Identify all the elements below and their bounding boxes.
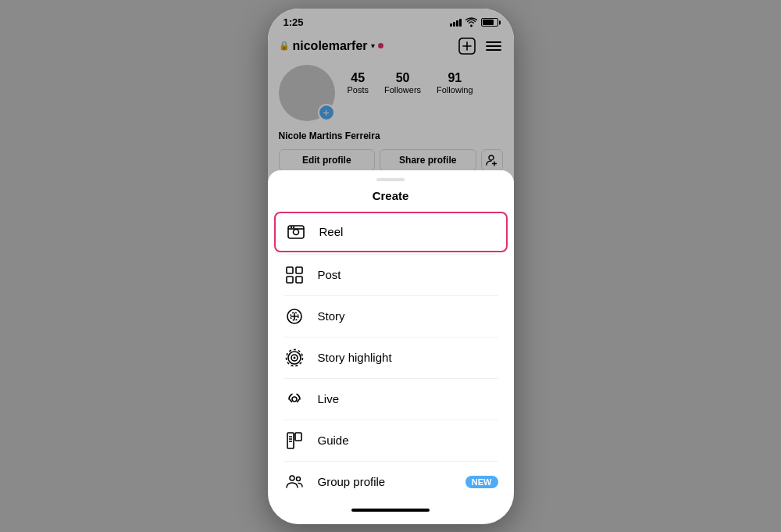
story-highlight-label: Story highlight <box>318 351 392 364</box>
post-icon <box>284 264 305 286</box>
svg-point-18 <box>293 229 298 234</box>
create-guide-item[interactable]: Guide <box>268 420 514 461</box>
svg-point-32 <box>293 356 295 359</box>
sheet-drag-handle <box>376 178 405 181</box>
sheet-title: Create <box>268 184 514 210</box>
phone-container: 1:25 <box>268 9 514 524</box>
svg-rect-24 <box>287 277 293 283</box>
create-live-item[interactable]: Live <box>268 379 514 420</box>
svg-rect-35 <box>287 433 294 448</box>
create-post-item[interactable]: Post <box>268 255 514 295</box>
create-story-item[interactable]: Story <box>268 296 514 337</box>
create-story-highlight-item[interactable]: Story highlight <box>268 337 514 378</box>
post-label: Post <box>318 268 341 281</box>
create-group-profile-item[interactable]: Group profile NEW <box>268 462 514 502</box>
bottom-sheet: Create Reel <box>268 170 514 524</box>
new-badge: NEW <box>465 476 498 488</box>
svg-point-40 <box>290 476 294 480</box>
bottom-indicator <box>351 509 430 512</box>
guide-label: Guide <box>318 434 349 447</box>
story-highlight-icon <box>284 347 305 369</box>
svg-rect-25 <box>296 277 302 283</box>
group-profile-label: Group profile <box>318 475 386 488</box>
svg-point-34 <box>292 397 297 402</box>
guide-icon <box>284 430 305 452</box>
story-label: Story <box>318 309 345 323</box>
reel-icon <box>285 221 307 243</box>
svg-rect-22 <box>287 267 293 273</box>
svg-rect-36 <box>295 433 301 441</box>
story-icon <box>284 305 305 327</box>
svg-point-20 <box>290 226 291 227</box>
svg-point-21 <box>292 226 294 227</box>
svg-rect-23 <box>296 267 302 273</box>
live-icon <box>284 388 305 410</box>
reel-label: Reel <box>319 225 344 238</box>
create-reel-item[interactable]: Reel <box>274 212 508 252</box>
svg-point-41 <box>296 477 300 480</box>
group-profile-icon <box>284 471 305 493</box>
live-label: Live <box>318 392 340 405</box>
